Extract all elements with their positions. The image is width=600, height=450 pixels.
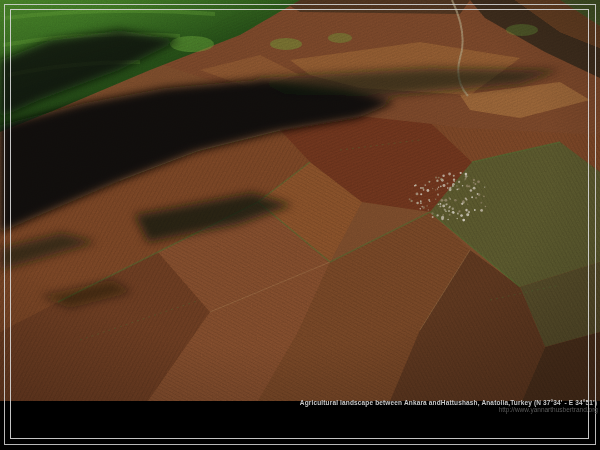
photo-caption-url: http://www.yannarthusbertrand.org (300, 406, 598, 413)
wallpaper-root: Agricultural landscape between Ankara an… (0, 0, 600, 450)
aerial-photo (0, 0, 600, 401)
photo-caption-title: Agricultural landscape between Ankara an… (300, 399, 597, 406)
photo-caption: Agricultural landscape between Ankara an… (300, 399, 597, 413)
grain-overlay (0, 0, 600, 401)
